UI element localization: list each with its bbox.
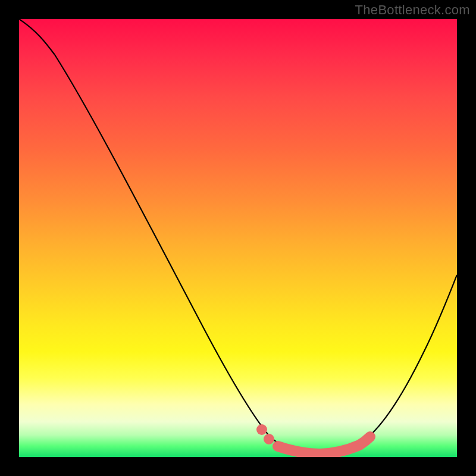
highlight-dot-left-upper <box>256 424 267 435</box>
watermark-text: TheBottleneck.com <box>355 2 470 18</box>
highlight-dot-left-lower <box>264 434 274 444</box>
plot-area <box>19 19 457 457</box>
curve-layer <box>19 19 457 457</box>
optimal-range-highlight <box>278 437 370 454</box>
bottleneck-curve <box>19 19 457 455</box>
chart-frame: TheBottleneck.com <box>0 0 476 476</box>
